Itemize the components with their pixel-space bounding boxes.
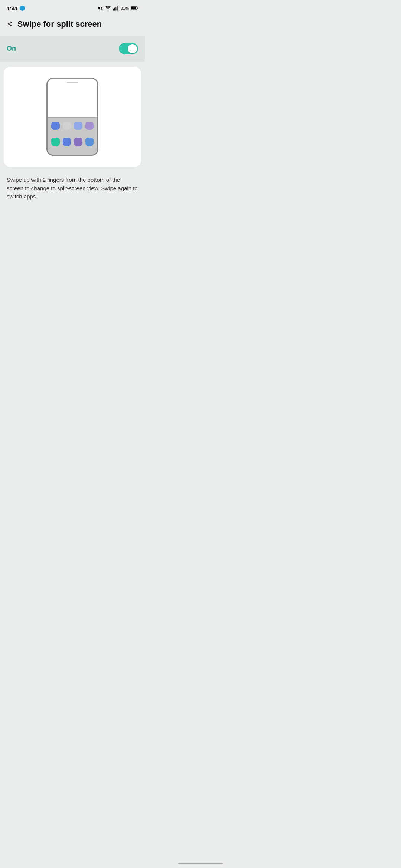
svg-rect-5	[115, 7, 116, 11]
svg-point-2	[108, 9, 108, 10]
app-icon-6	[63, 138, 71, 146]
phone-illustration	[46, 78, 98, 156]
toggle-knob	[128, 44, 137, 53]
toggle-label: On	[7, 45, 16, 53]
status-bar: 1:41 81%	[0, 0, 145, 15]
phone-screen	[48, 79, 97, 117]
header: < Swipe for split screen	[0, 15, 145, 36]
app-icon-1	[51, 122, 60, 130]
app-icon-3	[74, 122, 82, 130]
battery-percentage: 81%	[121, 6, 129, 10]
app-icon-7	[74, 138, 82, 146]
signal-icon	[113, 5, 119, 11]
page-title: Swipe for split screen	[17, 19, 102, 29]
wifi-icon	[105, 5, 111, 11]
app-icon-4	[85, 122, 94, 130]
telegram-icon	[20, 6, 25, 11]
svg-rect-3	[113, 9, 114, 10]
app-icon-5	[51, 138, 60, 146]
svg-rect-9	[131, 7, 136, 9]
mute-icon	[97, 5, 103, 11]
status-icons: 81%	[97, 5, 138, 11]
description-text: Swipe up with 2 fingers from the bottom …	[0, 172, 145, 208]
svg-rect-6	[117, 6, 118, 10]
battery-icon	[131, 6, 138, 10]
back-button[interactable]: <	[6, 19, 14, 30]
toggle-row: On	[0, 36, 145, 62]
app-icon-2	[63, 122, 71, 130]
illustration-card	[4, 67, 141, 167]
status-time: 1:41	[7, 5, 25, 11]
toggle-switch[interactable]	[119, 43, 138, 54]
svg-rect-8	[137, 7, 138, 9]
svg-rect-4	[114, 8, 115, 11]
phone-notch	[67, 82, 78, 83]
phone-apps-area	[48, 118, 97, 155]
description-paragraph: Swipe up with 2 fingers from the bottom …	[7, 176, 138, 201]
app-icon-8	[85, 138, 94, 146]
time-display: 1:41	[7, 5, 18, 11]
